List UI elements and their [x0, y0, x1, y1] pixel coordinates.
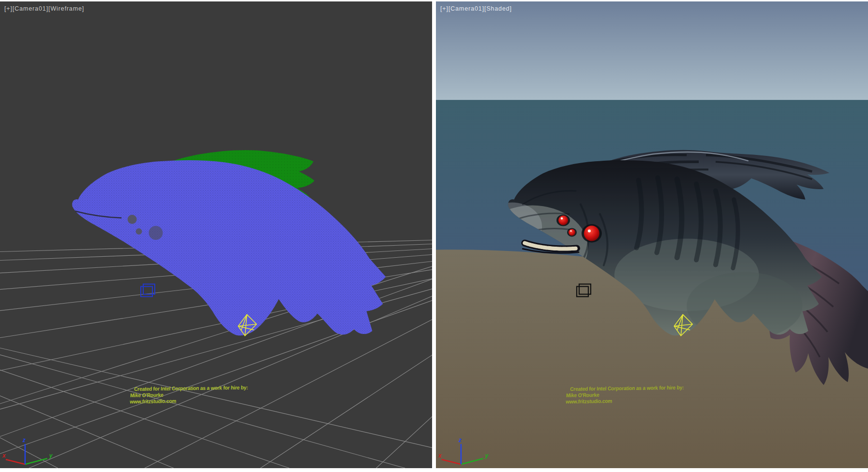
fish-eye-wire-tiny — [136, 228, 142, 235]
fish-eye-wire-small — [128, 215, 137, 224]
viewport-label-wireframe[interactable]: [+][Camera01][Wireframe] — [4, 5, 84, 12]
scene-credit-text-right: Created for Intel Corporation as a work … — [566, 385, 684, 405]
fish-wireframe[interactable] — [72, 150, 386, 335]
fish-body-stipple — [72, 160, 386, 335]
fish-eye-large — [584, 225, 599, 241]
axis-x-label: x — [438, 452, 442, 459]
fish-eye-wire-large — [149, 226, 163, 240]
axis-z-label: z — [458, 437, 461, 444]
viewport-shaded[interactable]: [+][Camera01][Shaded] — [436, 1, 868, 468]
axis-y-label: y — [485, 452, 489, 459]
axis-z-label: z — [22, 437, 26, 444]
sky — [436, 1, 868, 100]
dual-viewport-window: [+][Camera01][Wireframe] — [0, 0, 868, 472]
scene-credit-text-left: Created for Intel Corporation as a work … — [130, 385, 248, 405]
axis-y-label: y — [49, 452, 53, 459]
viewport-label-shaded[interactable]: [+][Camera01][Shaded] — [440, 5, 512, 12]
fish-eye-tiny — [569, 229, 575, 236]
fish-eye-small — [558, 215, 568, 225]
viewport-wireframe[interactable]: [+][Camera01][Wireframe] — [0, 1, 432, 468]
axis-x-label: x — [2, 452, 6, 459]
box-helper-blue[interactable] — [141, 284, 155, 297]
